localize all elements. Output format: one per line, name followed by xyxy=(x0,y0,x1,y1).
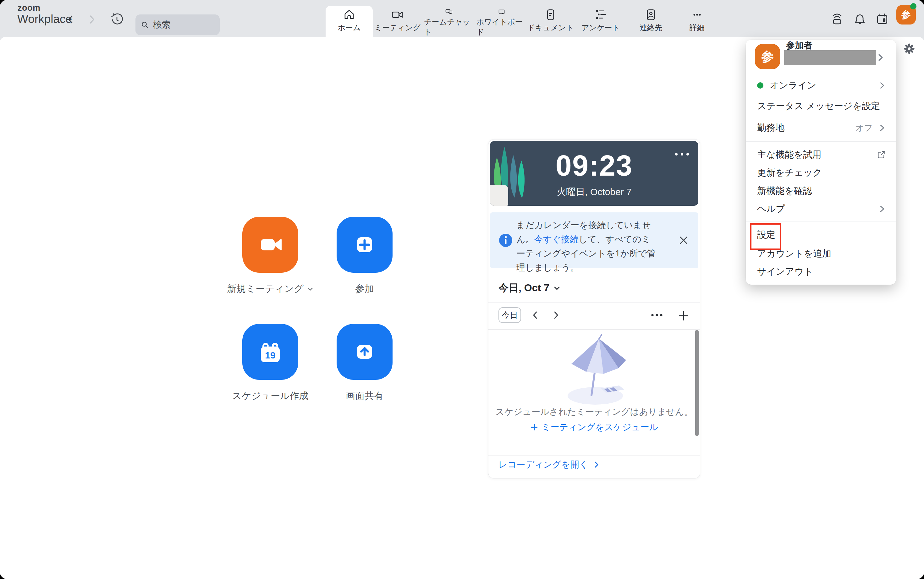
menu-item-help[interactable]: ヘルプ xyxy=(746,202,896,216)
survey-list-icon xyxy=(594,8,607,21)
share-screen-button[interactable] xyxy=(337,324,393,380)
today-button-label: 今日 xyxy=(501,310,518,321)
calendar-19-icon: 19 xyxy=(255,336,286,368)
calendar-connect-banner: まだカレンダーを接続していません。今すぐ接続して、すべてのミーティングやイベント… xyxy=(490,213,698,268)
menu-item-label: ヘルプ xyxy=(757,203,785,215)
bell-icon xyxy=(853,13,867,26)
new-meeting-label: 新規ミーティング xyxy=(220,283,321,295)
menu-item-status[interactable]: オンライン xyxy=(746,79,896,92)
tab-meetings[interactable]: ミーティング xyxy=(372,0,423,37)
menu-divider xyxy=(746,221,896,221)
plus-icon xyxy=(530,423,538,431)
schedule-label: スケジュール作成 xyxy=(220,389,321,402)
back-button[interactable] xyxy=(65,14,76,25)
add-meeting-button[interactable] xyxy=(678,310,690,322)
home-icon xyxy=(342,8,356,21)
menu-item-whats-new[interactable]: 新機能を確認 xyxy=(746,184,896,198)
menu-item-check-updates[interactable]: 更新をチェック xyxy=(746,166,896,180)
connect-now-link[interactable]: 今すぐ接続 xyxy=(534,234,578,244)
prev-day-button[interactable] xyxy=(530,310,541,321)
next-day-button[interactable] xyxy=(550,310,561,321)
schedule-meeting-link[interactable]: ミーティングをスケジュール xyxy=(488,421,700,433)
share-to-device-button[interactable] xyxy=(830,13,844,26)
tab-label: 詳細 xyxy=(690,23,704,33)
menu-item-sign-out[interactable]: サインアウト xyxy=(746,265,896,279)
tab-whiteboard[interactable]: ホワイトボード xyxy=(477,0,527,37)
no-meetings-text: スケジュールされたミーティングはありません。 xyxy=(488,406,700,418)
gear-icon xyxy=(903,42,916,55)
open-recordings-link[interactable]: レコーディングを開く xyxy=(498,459,600,471)
history-button[interactable] xyxy=(110,13,124,26)
divider xyxy=(488,455,700,456)
workplace-logo: Workplace xyxy=(17,13,72,26)
menu-item-add-account[interactable]: アカウントを追加 xyxy=(746,247,896,261)
join-meeting-button[interactable] xyxy=(337,217,393,273)
panel-more-button[interactable] xyxy=(649,311,664,319)
today-button[interactable]: 今日 xyxy=(498,307,521,323)
chevron-right-icon xyxy=(593,461,600,469)
tab-more[interactable]: 詳細 xyxy=(672,0,722,37)
settings-gear-button[interactable] xyxy=(903,42,916,55)
tab-label: ミーティング xyxy=(375,23,421,33)
menu-item-try-features[interactable]: 主な機能を試用 xyxy=(746,148,896,162)
forward-button[interactable] xyxy=(86,14,97,25)
contact-card-icon xyxy=(644,8,657,21)
calendar-button[interactable] xyxy=(875,13,889,26)
tab-label: アンケート xyxy=(582,23,620,33)
share-screen-label: 画面共有 xyxy=(314,389,415,402)
panel-scrollbar[interactable] xyxy=(695,330,699,436)
chevron-right-icon xyxy=(878,204,886,213)
history-icon xyxy=(110,13,124,26)
chevron-right-icon[interactable] xyxy=(876,53,885,62)
menu-item-settings[interactable]: 設定 xyxy=(746,228,896,242)
schedule-button[interactable]: 19 xyxy=(242,324,298,380)
open-recordings-text: レコーディングを開く xyxy=(498,459,588,471)
join-label: 参加 xyxy=(314,283,415,295)
menu-item-label: 勤務地 xyxy=(757,121,785,134)
menu-item-label: 主な機能を試用 xyxy=(757,149,821,161)
close-banner-button[interactable] xyxy=(678,235,689,246)
new-meeting-button[interactable] xyxy=(242,217,298,273)
chat-bubbles-icon xyxy=(442,8,456,16)
date-header-dropdown[interactable]: 今日, Oct 7 xyxy=(498,281,561,295)
search-box[interactable] xyxy=(136,15,220,35)
chevron-down-icon[interactable] xyxy=(307,286,314,293)
more-dots-icon xyxy=(690,8,704,21)
divider xyxy=(488,302,700,303)
share-screen-arrow-icon xyxy=(349,337,380,367)
notifications-button[interactable] xyxy=(853,13,867,26)
profile-dropdown-menu: 参 参加者 オンライン ステータス メッセージを設定 勤務地 オフ 主な機能を試… xyxy=(746,39,896,285)
chevron-left-icon xyxy=(65,14,76,25)
screen: zoom Workplace ホーム xyxy=(0,0,924,579)
tab-surveys[interactable]: アンケート xyxy=(575,0,626,37)
menu-divider xyxy=(746,141,896,142)
menu-item-set-status-message[interactable]: ステータス メッセージを設定 xyxy=(746,99,896,113)
avatar-initial: 参 xyxy=(901,8,911,21)
schedule-meeting-link-text: ミーティングをスケジュール xyxy=(542,421,658,433)
divider xyxy=(488,329,700,330)
join-plus-icon xyxy=(349,230,380,260)
search-input[interactable] xyxy=(152,20,213,30)
menu-item-label: 更新をチェック xyxy=(757,167,822,179)
search-icon xyxy=(140,20,150,30)
tab-label: ホーム xyxy=(337,23,360,33)
label-text: スケジュール作成 xyxy=(232,389,309,402)
topbar: zoom Workplace ホーム xyxy=(0,0,924,37)
beach-umbrella-illustration xyxy=(564,334,627,406)
tab-contacts[interactable]: 連絡先 xyxy=(626,0,676,37)
cast-screen-icon xyxy=(830,13,844,26)
menu-item-label: ステータス メッセージを設定 xyxy=(757,100,880,113)
tab-home[interactable]: ホーム xyxy=(324,0,374,37)
tab-docs[interactable]: ドキュメント xyxy=(526,0,576,37)
tab-label: ドキュメント xyxy=(528,23,573,33)
avatar-initial: 参 xyxy=(761,48,774,65)
menu-item-work-location[interactable]: 勤務地 オフ xyxy=(746,121,896,135)
chevron-right-icon xyxy=(878,123,886,132)
presence-dot xyxy=(910,3,916,10)
menu-item-label: 新機能を確認 xyxy=(757,185,812,197)
toolbar-separator xyxy=(671,308,671,323)
clock-more-button[interactable] xyxy=(675,153,689,155)
tab-team-chat[interactable]: チームチャット xyxy=(424,0,474,37)
chevron-right-icon xyxy=(878,81,886,90)
tab-label: 連絡先 xyxy=(640,23,662,33)
